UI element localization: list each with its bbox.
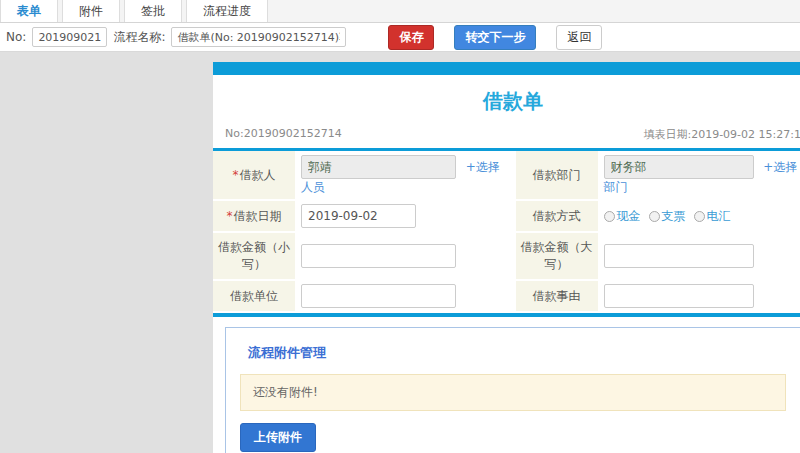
loan-method-radio-group: 现金 支票 电汇 [604,208,800,225]
loan-reason-input[interactable] [604,284,754,308]
table-row: 借款金额（小写） 借款金额（大写） [213,232,800,280]
dept-label-cell: 借款部门 [516,151,598,200]
table-row: *借款人 +选择人员 借款部门 +选择部门 [213,151,800,200]
loan-date-input[interactable] [301,204,416,228]
amount-big-label-cell: 借款金额（大写） [516,232,598,280]
reason-label-cell: 借款事由 [516,280,598,312]
form-meta-row: No:20190902152714 填表日期:2019-09-02 15:27:… [213,125,800,148]
action-toolbar: No: 流程名称: 保存 转交下一步 返回 [0,23,800,52]
amount-small-label-cell: 借款金额（小写） [213,232,295,280]
process-name-input[interactable] [171,27,346,47]
form-date-text: 填表日期:2019-09-02 15:27:1 [643,127,800,142]
reason-field-cell [598,280,800,312]
dept-label: 借款部门 [533,168,581,182]
radio-cash[interactable]: 现金 [604,208,641,225]
date-label: 借款日期 [234,209,282,223]
tab-attachment[interactable]: 附件 [62,0,120,22]
borrower-label: 借款人 [240,168,276,182]
amount-big-label: 借款金额（大写） [521,240,593,271]
tab-approval[interactable]: 签批 [124,0,182,22]
required-marker: * [227,209,233,223]
loan-form-panel: 借款单 No:20190902152714 填表日期:2019-09-02 15… [213,62,800,453]
date-label-cell: *借款日期 [213,200,295,232]
save-button[interactable]: 保存 [388,25,434,50]
amount-small-input[interactable] [301,244,456,268]
method-label-cell: 借款方式 [516,200,598,232]
radio-cash-label: 现金 [617,208,641,225]
dept-input[interactable] [604,155,754,179]
unit-label: 借款单位 [230,289,278,303]
amount-small-field-cell [295,232,516,280]
loan-unit-input[interactable] [301,284,456,308]
required-marker: * [233,168,239,182]
no-label: No: [6,30,26,44]
method-field-cell: 现金 支票 电汇 [598,200,800,232]
radio-circle-icon [604,211,615,222]
tab-process-progress[interactable]: 流程进度 [186,0,268,22]
form-bottom-bar [213,313,800,317]
form-no-text: No:20190902152714 [225,127,342,142]
attachment-section: 流程附件管理 还没有附件! 上传附件 [225,327,800,453]
reason-label: 借款事由 [533,289,581,303]
borrower-field-cell: +选择人员 [295,151,516,200]
top-tab-bar: 表单 附件 签批 流程进度 [0,0,800,23]
radio-wire-label: 电汇 [707,208,731,225]
borrower-label-cell: *借款人 [213,151,295,200]
no-input[interactable] [32,27,107,47]
back-button[interactable]: 返回 [556,25,602,50]
radio-circle-icon [649,211,660,222]
amount-big-field-cell [598,232,800,280]
unit-field-cell [295,280,516,312]
work-area: 借款单 No:20190902152714 填表日期:2019-09-02 15… [0,52,800,452]
method-label: 借款方式 [533,209,581,223]
tab-form[interactable]: 表单 [0,0,58,22]
panel-top-bar [213,62,800,75]
table-row: 借款单位 借款事由 [213,280,800,312]
process-name-label: 流程名称: [113,29,165,46]
amount-small-label: 借款金额（小写） [218,240,290,271]
unit-label-cell: 借款单位 [213,280,295,312]
radio-cheque[interactable]: 支票 [649,208,686,225]
upload-attachment-button[interactable]: 上传附件 [240,423,316,452]
radio-wire[interactable]: 电汇 [694,208,731,225]
date-field-cell [295,200,516,232]
attachment-heading: 流程附件管理 [248,344,786,362]
borrower-input[interactable] [301,155,456,179]
page-title: 借款单 [213,75,800,125]
loan-form-table: *借款人 +选择人员 借款部门 +选择部门 *借款日期 [213,151,800,313]
forward-next-step-button[interactable]: 转交下一步 [454,25,536,50]
radio-circle-icon [694,211,705,222]
radio-cheque-label: 支票 [662,208,686,225]
amount-big-input[interactable] [604,244,754,268]
dept-field-cell: +选择部门 [598,151,800,200]
no-attachment-alert: 还没有附件! [240,374,786,411]
table-row: *借款日期 借款方式 现金 支票 电汇 [213,200,800,232]
